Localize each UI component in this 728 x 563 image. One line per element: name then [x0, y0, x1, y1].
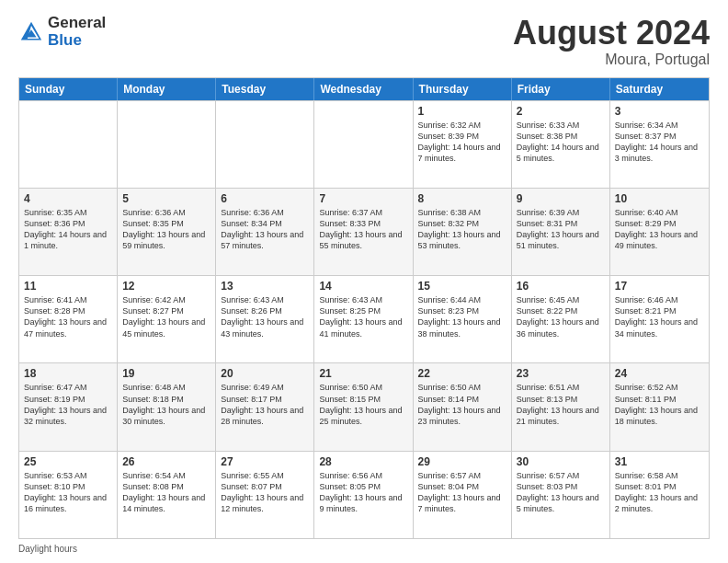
- calendar-cell: 4Sunrise: 6:35 AMSunset: 8:36 PMDaylight…: [19, 189, 118, 275]
- day-info: Sunrise: 6:43 AMSunset: 8:25 PMDaylight:…: [319, 294, 407, 339]
- cal-header-day: Sunday: [19, 78, 118, 100]
- day-number: 26: [122, 455, 210, 468]
- day-number: 11: [24, 280, 112, 293]
- calendar-cell: 3Sunrise: 6:34 AMSunset: 8:37 PMDaylight…: [610, 101, 709, 188]
- calendar-row: 18Sunrise: 6:47 AMSunset: 8:19 PMDayligh…: [19, 362, 709, 450]
- day-info: Sunrise: 6:32 AMSunset: 8:39 PMDaylight:…: [418, 120, 506, 165]
- day-number: 30: [517, 455, 605, 468]
- day-number: 2: [517, 105, 605, 118]
- calendar-cell: 23Sunrise: 6:51 AMSunset: 8:13 PMDayligh…: [512, 363, 610, 450]
- day-info: Sunrise: 6:39 AMSunset: 8:31 PMDaylight:…: [517, 207, 605, 252]
- calendar-cell: 13Sunrise: 6:43 AMSunset: 8:26 PMDayligh…: [216, 276, 314, 362]
- calendar-cell: 7Sunrise: 6:37 AMSunset: 8:33 PMDaylight…: [314, 189, 413, 275]
- day-number: 31: [615, 455, 704, 468]
- day-number: 20: [221, 367, 309, 380]
- calendar-cell: 17Sunrise: 6:46 AMSunset: 8:21 PMDayligh…: [610, 276, 709, 362]
- calendar-cell: 18Sunrise: 6:47 AMSunset: 8:19 PMDayligh…: [19, 363, 118, 450]
- calendar-body: 1Sunrise: 6:32 AMSunset: 8:39 PMDaylight…: [19, 100, 709, 538]
- cal-header-day: Thursday: [414, 78, 512, 100]
- day-number: 15: [418, 280, 506, 293]
- cal-header-day: Wednesday: [314, 78, 413, 100]
- calendar-cell: 8Sunrise: 6:38 AMSunset: 8:32 PMDaylight…: [414, 189, 512, 275]
- day-info: Sunrise: 6:41 AMSunset: 8:28 PMDaylight:…: [24, 294, 112, 339]
- day-number: 24: [615, 367, 704, 380]
- calendar-cell: 11Sunrise: 6:41 AMSunset: 8:28 PMDayligh…: [19, 276, 118, 362]
- calendar-cell: 15Sunrise: 6:44 AMSunset: 8:23 PMDayligh…: [414, 276, 512, 362]
- day-number: 4: [24, 192, 112, 205]
- day-info: Sunrise: 6:44 AMSunset: 8:23 PMDaylight:…: [418, 294, 506, 339]
- day-info: Sunrise: 6:40 AMSunset: 8:29 PMDaylight:…: [615, 207, 704, 252]
- calendar-cell: 28Sunrise: 6:56 AMSunset: 8:05 PMDayligh…: [314, 452, 413, 538]
- calendar-cell: 25Sunrise: 6:53 AMSunset: 8:10 PMDayligh…: [19, 452, 118, 538]
- day-number: 27: [221, 455, 309, 468]
- calendar-cell: 20Sunrise: 6:49 AMSunset: 8:17 PMDayligh…: [216, 363, 314, 450]
- day-info: Sunrise: 6:54 AMSunset: 8:08 PMDaylight:…: [122, 470, 210, 515]
- day-info: Sunrise: 6:56 AMSunset: 8:05 PMDaylight:…: [319, 470, 407, 515]
- calendar-cell: 14Sunrise: 6:43 AMSunset: 8:25 PMDayligh…: [314, 276, 413, 362]
- day-info: Sunrise: 6:45 AMSunset: 8:22 PMDaylight:…: [517, 294, 605, 339]
- day-number: 25: [24, 455, 112, 468]
- calendar-cell: [19, 101, 118, 188]
- calendar-row: 25Sunrise: 6:53 AMSunset: 8:10 PMDayligh…: [19, 451, 709, 538]
- day-number: 21: [319, 367, 407, 380]
- day-info: Sunrise: 6:38 AMSunset: 8:32 PMDaylight:…: [418, 207, 506, 252]
- day-number: 29: [418, 455, 506, 468]
- day-number: 7: [319, 192, 407, 205]
- day-info: Sunrise: 6:50 AMSunset: 8:14 PMDaylight:…: [418, 382, 506, 427]
- calendar-header: SundayMondayTuesdayWednesdayThursdayFrid…: [19, 78, 709, 100]
- day-info: Sunrise: 6:58 AMSunset: 8:01 PMDaylight:…: [615, 470, 704, 515]
- day-number: 18: [24, 367, 112, 380]
- footer-note: Daylight hours: [18, 544, 710, 554]
- day-info: Sunrise: 6:57 AMSunset: 8:03 PMDaylight:…: [517, 470, 605, 515]
- day-number: 23: [517, 367, 605, 380]
- calendar-cell: 29Sunrise: 6:57 AMSunset: 8:04 PMDayligh…: [414, 452, 512, 538]
- title-block: August 2024 Moura, Portugal: [513, 15, 710, 68]
- calendar-cell: [216, 101, 314, 188]
- day-number: 22: [418, 367, 506, 380]
- cal-header-day: Friday: [512, 78, 610, 100]
- day-info: Sunrise: 6:47 AMSunset: 8:19 PMDaylight:…: [24, 382, 112, 427]
- logo-general-text: General: [48, 15, 106, 32]
- day-number: 6: [221, 192, 309, 205]
- calendar-cell: 5Sunrise: 6:36 AMSunset: 8:35 PMDaylight…: [118, 189, 216, 275]
- day-number: 5: [122, 192, 210, 205]
- main-title: August 2024: [513, 15, 710, 52]
- day-number: 19: [122, 367, 210, 380]
- day-info: Sunrise: 6:51 AMSunset: 8:13 PMDaylight:…: [517, 382, 605, 427]
- logo-text: General Blue: [48, 15, 106, 49]
- day-number: 14: [319, 280, 407, 293]
- day-info: Sunrise: 6:34 AMSunset: 8:37 PMDaylight:…: [615, 120, 704, 165]
- calendar-cell: 31Sunrise: 6:58 AMSunset: 8:01 PMDayligh…: [610, 452, 709, 538]
- day-info: Sunrise: 6:55 AMSunset: 8:07 PMDaylight:…: [221, 470, 309, 515]
- day-number: 16: [517, 280, 605, 293]
- calendar-cell: 22Sunrise: 6:50 AMSunset: 8:14 PMDayligh…: [414, 363, 512, 450]
- cal-header-day: Tuesday: [216, 78, 314, 100]
- calendar-cell: 24Sunrise: 6:52 AMSunset: 8:11 PMDayligh…: [610, 363, 709, 450]
- day-info: Sunrise: 6:57 AMSunset: 8:04 PMDaylight:…: [418, 470, 506, 515]
- subtitle: Moura, Portugal: [513, 52, 710, 68]
- day-number: 8: [418, 192, 506, 205]
- calendar: SundayMondayTuesdayWednesdayThursdayFrid…: [18, 77, 710, 539]
- day-number: 13: [221, 280, 309, 293]
- day-number: 1: [418, 105, 506, 118]
- calendar-cell: 2Sunrise: 6:33 AMSunset: 8:38 PMDaylight…: [512, 101, 610, 188]
- day-number: 28: [319, 455, 407, 468]
- header: General Blue August 2024 Moura, Portugal: [18, 15, 710, 68]
- calendar-row: 4Sunrise: 6:35 AMSunset: 8:36 PMDaylight…: [19, 188, 709, 275]
- day-info: Sunrise: 6:46 AMSunset: 8:21 PMDaylight:…: [615, 294, 704, 339]
- logo-blue-text: Blue: [48, 32, 106, 50]
- calendar-cell: 12Sunrise: 6:42 AMSunset: 8:27 PMDayligh…: [118, 276, 216, 362]
- page: General Blue August 2024 Moura, Portugal…: [0, 0, 728, 563]
- calendar-cell: 27Sunrise: 6:55 AMSunset: 8:07 PMDayligh…: [216, 452, 314, 538]
- day-number: 12: [122, 280, 210, 293]
- day-info: Sunrise: 6:36 AMSunset: 8:34 PMDaylight:…: [221, 207, 309, 252]
- calendar-cell: 6Sunrise: 6:36 AMSunset: 8:34 PMDaylight…: [216, 189, 314, 275]
- logo-icon: [18, 19, 44, 45]
- calendar-cell: [314, 101, 413, 188]
- day-info: Sunrise: 6:43 AMSunset: 8:26 PMDaylight:…: [221, 294, 309, 339]
- day-number: 10: [615, 192, 704, 205]
- day-info: Sunrise: 6:53 AMSunset: 8:10 PMDaylight:…: [24, 470, 112, 515]
- day-info: Sunrise: 6:35 AMSunset: 8:36 PMDaylight:…: [24, 207, 112, 252]
- day-info: Sunrise: 6:50 AMSunset: 8:15 PMDaylight:…: [319, 382, 407, 427]
- day-number: 9: [517, 192, 605, 205]
